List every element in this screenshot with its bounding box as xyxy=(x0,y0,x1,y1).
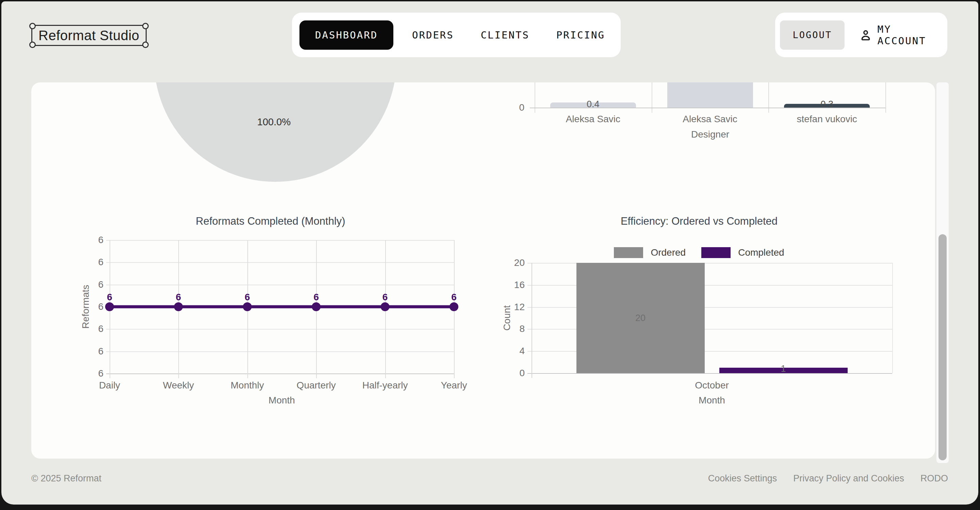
line-chart-x-tick: Monthly xyxy=(231,380,264,391)
efficiency-chart-title: Efficiency: Ordered vs Completed xyxy=(506,215,892,228)
line-chart-y-tick: 6 xyxy=(98,346,103,357)
line-chart-gridline xyxy=(106,262,454,263)
efficiency-y-tick: 4 xyxy=(519,346,525,357)
efficiency-y-tick: 12 xyxy=(514,302,525,312)
designer-x-axis-title: Designer xyxy=(691,129,729,140)
line-chart-gridline xyxy=(247,240,248,378)
ordered-legend-swatch xyxy=(614,247,643,258)
efficiency-y-tick: 0 xyxy=(519,368,525,379)
efficiency-gridline xyxy=(892,263,893,373)
logo-handle-icon xyxy=(29,23,36,29)
designer-gridline xyxy=(885,82,886,113)
scrollbar-track[interactable] xyxy=(937,82,949,463)
logo-handle-icon xyxy=(29,41,36,48)
line-chart-gridline xyxy=(106,351,454,352)
logout-button[interactable]: LOGOUT xyxy=(780,21,845,50)
designer-bar-value: 0.3 xyxy=(821,99,833,110)
dashboard-card: 100.0% Designer 00.4Aleksa SavicAleksa S… xyxy=(31,82,935,459)
line-point-label: 6 xyxy=(313,292,319,303)
person-icon xyxy=(859,28,872,42)
ordered-legend-label: Ordered xyxy=(651,247,686,258)
app-window: Reformat Studio DASHBOARD ORDERS CLIENTS… xyxy=(2,2,978,505)
efficiency-y-axis-title: Count xyxy=(501,305,512,331)
line-point-label: 6 xyxy=(382,292,388,303)
designer-category-label: Aleksa Savic xyxy=(682,114,737,124)
efficiency-y-tick: 20 xyxy=(514,257,525,268)
nav-tab-pricing[interactable]: PRICING xyxy=(548,29,613,41)
nav-tab-orders[interactable]: ORDERS xyxy=(404,29,462,41)
logo-handle-icon xyxy=(142,41,149,48)
logo[interactable]: Reformat Studio xyxy=(31,25,147,46)
pie-slice xyxy=(154,82,396,182)
privacy-policy-link[interactable]: Privacy Policy and Cookies xyxy=(793,473,904,484)
nav-tab-dashboard[interactable]: DASHBOARD xyxy=(299,21,393,50)
efficiency-bar-value: 1 xyxy=(781,363,786,374)
designer-bar-value: 0.4 xyxy=(587,99,600,110)
cookies-settings-link[interactable]: Cookies Settings xyxy=(708,473,777,484)
line-chart-gridline xyxy=(106,373,454,374)
completed-legend-swatch xyxy=(701,247,730,258)
line-chart-gridline xyxy=(454,240,455,378)
line-chart-y-tick: 6 xyxy=(98,257,103,268)
efficiency-x-axis-title: Month xyxy=(698,395,725,406)
line-chart-gridline xyxy=(106,285,454,285)
efficiency-axis-line xyxy=(531,263,532,378)
line-chart-x-tick: Half-yearly xyxy=(363,380,408,391)
scrollbar-thumb[interactable] xyxy=(939,234,947,460)
my-account-label: MY ACCOUNT xyxy=(877,24,943,47)
line-chart-x-tick: Weekly xyxy=(163,380,194,391)
line-point-label: 6 xyxy=(245,292,250,303)
efficiency-x-tick: October xyxy=(695,380,729,391)
footer-links: Cookies Settings Privacy Policy and Cook… xyxy=(708,473,948,484)
line-chart-x-tick: Yearly xyxy=(441,380,467,391)
line-chart-gridline xyxy=(178,240,179,378)
line-x-axis-title: Month xyxy=(269,395,295,406)
rodo-link[interactable]: RODO xyxy=(920,473,948,484)
line-chart-y-tick: 6 xyxy=(98,301,103,312)
efficiency-gridline xyxy=(527,373,892,374)
line-point-label: 6 xyxy=(451,292,457,303)
main-nav: DASHBOARD ORDERS CLIENTS PRICING xyxy=(292,13,620,57)
line-chart-y-tick: 6 xyxy=(98,324,103,334)
efficiency-bar-value: 20 xyxy=(635,313,646,324)
designer-y-tick: 0 xyxy=(519,102,524,113)
line-point-label: 6 xyxy=(176,292,181,303)
copyright-text: © 2025 Reformat xyxy=(31,473,102,484)
line-chart-gridline xyxy=(110,240,110,378)
line-chart-x-tick: Quarterly xyxy=(297,380,336,391)
nav-tab-clients[interactable]: CLIENTS xyxy=(473,29,538,41)
designer-category-label: stefan vukovic xyxy=(797,114,857,124)
line-chart-gridline xyxy=(316,240,317,378)
logo-handle-icon xyxy=(142,23,149,29)
my-account-button[interactable]: MY ACCOUNT xyxy=(859,24,943,47)
line-chart-gridline xyxy=(106,307,454,308)
line-y-axis-title: Reformats xyxy=(80,285,91,328)
line-chart-gridline xyxy=(106,329,454,330)
line-chart-gridline xyxy=(106,240,454,241)
efficiency-legend: Ordered Completed xyxy=(506,247,892,258)
line-chart-y-tick: 6 xyxy=(98,279,103,290)
logo-text: Reformat Studio xyxy=(38,28,140,43)
line-chart-title: Reformats Completed (Monthly) xyxy=(86,215,455,228)
efficiency-y-tick: 16 xyxy=(514,279,525,290)
line-chart-y-tick: 6 xyxy=(98,234,103,245)
line-chart-x-tick: Daily xyxy=(99,380,120,391)
efficiency-y-tick: 8 xyxy=(519,324,525,334)
designer-category-label: Aleksa Savic xyxy=(566,114,620,124)
line-chart-gridline xyxy=(385,240,386,378)
pie-slice-label: 100.0% xyxy=(257,116,291,128)
completed-legend-label: Completed xyxy=(738,247,784,258)
line-point-label: 6 xyxy=(107,292,112,303)
footer: © 2025 Reformat Cookies Settings Privacy… xyxy=(31,473,948,484)
designer-bar xyxy=(667,82,753,108)
line-chart-y-tick: 6 xyxy=(98,368,103,379)
account-card: LOGOUT MY ACCOUNT xyxy=(775,13,947,57)
